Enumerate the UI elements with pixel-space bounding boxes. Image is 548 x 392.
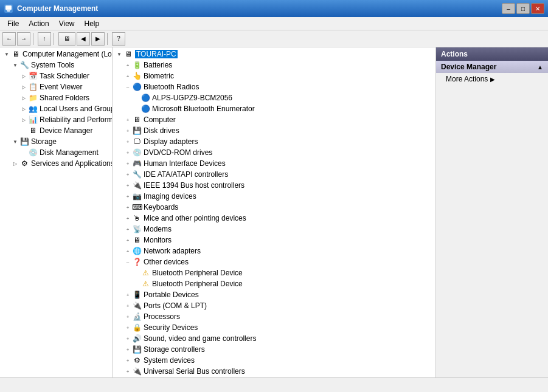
- display-adapters-node[interactable]: + 🖵 Display adapters: [122, 136, 434, 147]
- system-devices-node[interactable]: + ⚙ System devices: [122, 355, 434, 366]
- disk-management-node[interactable]: 💿 Disk Management: [18, 147, 111, 158]
- keyboards-label: Keyboards: [144, 203, 178, 211]
- right-nav-button[interactable]: ▶: [91, 32, 105, 46]
- task-scheduler-expand: ▷: [19, 72, 28, 80]
- bt-periph1-expand: [132, 269, 140, 277]
- services-expand: ▷: [11, 159, 19, 168]
- ide-icon: 🔧: [132, 170, 142, 179]
- security-icon: 🔒: [132, 323, 142, 332]
- event-viewer-node[interactable]: ▷ 📋 Event Viewer: [18, 81, 111, 92]
- forward-button[interactable]: →: [17, 32, 30, 46]
- root-node[interactable]: ▼ 🖥 Computer Management (Local: [1, 49, 111, 60]
- maximize-button[interactable]: □: [516, 3, 530, 14]
- usb-label: Universal Serial Bus controllers: [144, 367, 245, 376]
- bt-periph1-node[interactable]: ⚠ Bluetooth Peripheral Device: [131, 267, 434, 278]
- other-devices-node[interactable]: – ❓ Other devices: [122, 256, 434, 267]
- device-root-expand: ▼: [115, 50, 123, 58]
- device-root-node[interactable]: ▼ 🖥 TOURAI-PC: [114, 49, 434, 60]
- services-node[interactable]: ▷ ⚙ Services and Applications: [10, 158, 111, 169]
- storage-ctrl-node[interactable]: + 💾 Storage controllers: [122, 344, 434, 355]
- show-hide-button[interactable]: 🖥: [58, 32, 75, 46]
- device-manager-panel: ▼ 🖥 TOURAI-PC + 🔋 Batteries + 👆 Biometri…: [113, 47, 435, 377]
- security-expand: +: [123, 323, 132, 332]
- root-expand-icon: ▼: [2, 50, 11, 58]
- mice-label: Mice and other pointing devices: [144, 214, 246, 222]
- up-button[interactable]: ↑: [38, 32, 51, 46]
- hid-node[interactable]: + 🎮 Human Interface Devices: [122, 158, 434, 169]
- network-label: Network adapters: [144, 247, 201, 255]
- local-users-node[interactable]: ▷ 👥 Local Users and Groups: [18, 103, 111, 114]
- shared-folders-node[interactable]: ▷ 📁 Shared Folders: [18, 92, 111, 103]
- biometric-node[interactable]: + 👆 Biometric: [122, 70, 434, 81]
- more-actions-label: More Actions: [446, 75, 488, 83]
- system-tools-icon: 🔧: [19, 60, 29, 70]
- reliability-node[interactable]: ▷ 📊 Reliability and Performa...: [18, 114, 111, 125]
- menu-action[interactable]: Action: [24, 18, 54, 29]
- svg-rect-3: [7, 11, 10, 12]
- computer-icon: 🖥: [132, 115, 142, 125]
- ieee-node[interactable]: + 🔌 IEEE 1394 Bus host controllers: [122, 180, 434, 191]
- portable-expand: +: [123, 291, 132, 299]
- bt-periph2-icon: ⚠: [140, 279, 150, 289]
- sound-node[interactable]: + 🔊 Sound, video and game controllers: [122, 333, 434, 344]
- menu-help[interactable]: Help: [80, 18, 105, 29]
- actions-section-device-manager[interactable]: Device Manager ▲: [436, 61, 548, 73]
- window-title: Computer Management: [17, 4, 502, 13]
- bluetooth-icon: 🔵: [132, 82, 142, 92]
- portable-node[interactable]: + 📱 Portable Devices: [122, 289, 434, 300]
- bt-ms-node[interactable]: 🔵 Microsoft Bluetooth Enumerator: [131, 103, 434, 114]
- biometric-label: Biometric: [144, 72, 174, 80]
- ide-node[interactable]: + 🔧 IDE ATA/ATAPI controllers: [122, 169, 434, 180]
- monitors-node[interactable]: + 🖥 Monitors: [122, 235, 434, 246]
- local-users-label: Local Users and Groups: [40, 105, 113, 113]
- menu-view[interactable]: View: [54, 18, 80, 29]
- toolbar-sep3: [107, 33, 109, 45]
- network-node[interactable]: + 🌐 Network adapters: [122, 246, 434, 256]
- bt-ms-icon: 🔵: [140, 104, 150, 114]
- other-label: Other devices: [144, 258, 189, 266]
- svg-rect-1: [5, 5, 12, 10]
- disk-drives-node[interactable]: + 💾 Disk drives: [122, 125, 434, 136]
- menu-file[interactable]: File: [2, 18, 24, 29]
- task-scheduler-icon: 📅: [28, 71, 38, 81]
- bt-periph2-node[interactable]: ⚠ Bluetooth Peripheral Device: [131, 278, 434, 289]
- left-nav-button[interactable]: ◀: [77, 32, 90, 46]
- system-tools-node[interactable]: ▼ 🔧 System Tools: [10, 60, 111, 70]
- storage-icon: 💾: [19, 137, 29, 146]
- bt-ms-expand: [132, 105, 140, 113]
- hid-expand: +: [123, 159, 132, 168]
- storage-node[interactable]: ▼ 💾 Storage: [10, 136, 111, 147]
- network-expand: +: [123, 247, 132, 255]
- actions-header: Actions: [436, 47, 548, 61]
- modems-label: Modems: [144, 225, 172, 233]
- ports-expand: +: [123, 301, 132, 310]
- modems-node[interactable]: + 📡 Modems: [122, 224, 434, 235]
- usb-node[interactable]: + 🔌 Universal Serial Bus controllers: [122, 366, 434, 377]
- actions-section-arrow: ▲: [537, 64, 543, 70]
- bt-alps-node[interactable]: 🔵 ALPS-UGPZ9-BCM2056: [131, 92, 434, 103]
- device-manager-nav-node[interactable]: 🖥 Device Manager: [18, 125, 111, 136]
- computer-node[interactable]: + 🖥 Computer: [122, 114, 434, 125]
- processors-expand: +: [123, 312, 132, 321]
- more-actions-item[interactable]: More Actions ▶: [436, 73, 548, 85]
- shared-folders-expand: ▷: [19, 94, 28, 102]
- bluetooth-node[interactable]: – 🔵 Bluetooth Radios: [122, 81, 434, 92]
- system-tools-label: System Tools: [31, 61, 74, 69]
- keyboards-node[interactable]: + ⌨ Keyboards: [122, 202, 434, 213]
- back-button[interactable]: ←: [2, 32, 16, 46]
- dvd-node[interactable]: + 💿 DVD/CD-ROM drives: [122, 147, 434, 158]
- close-button[interactable]: ✕: [531, 3, 544, 14]
- ports-node[interactable]: + 🔌 Ports (COM & LPT): [122, 300, 434, 311]
- dvd-icon: 💿: [132, 148, 142, 157]
- security-node[interactable]: + 🔒 Security Devices: [122, 322, 434, 333]
- processors-node[interactable]: + 🔬 Processors: [122, 311, 434, 322]
- help-button[interactable]: ?: [112, 32, 125, 46]
- task-scheduler-node[interactable]: ▷ 📅 Task Scheduler: [18, 70, 111, 81]
- other-icon: ❓: [132, 257, 142, 267]
- task-scheduler-label: Task Scheduler: [40, 72, 89, 80]
- batteries-node[interactable]: + 🔋 Batteries: [122, 60, 434, 70]
- imaging-node[interactable]: + 📷 Imaging devices: [122, 191, 434, 202]
- minimize-button[interactable]: –: [502, 3, 515, 14]
- storage-expand: ▼: [11, 137, 19, 146]
- mice-node[interactable]: + 🖱 Mice and other pointing devices: [122, 213, 434, 224]
